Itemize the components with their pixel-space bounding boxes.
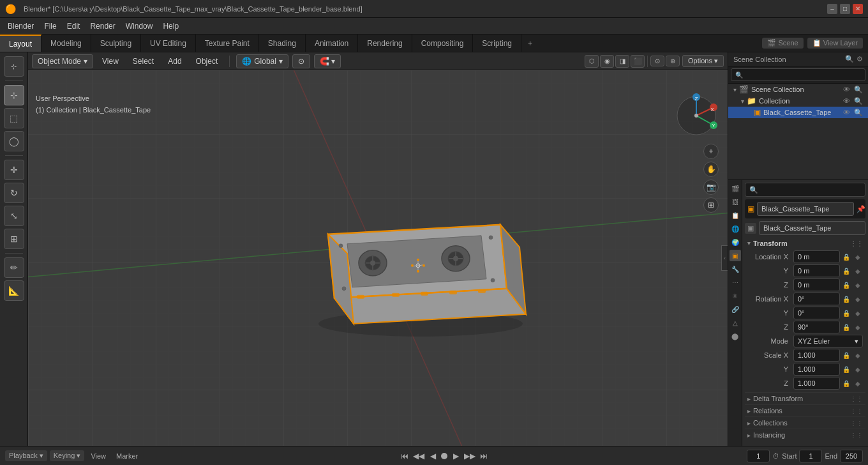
start-frame-input[interactable] [799,450,822,462]
cassette-filter[interactable]: 🔍 [854,109,863,117]
view-layer-selector[interactable]: 📋 View Layer [807,38,863,49]
viewport-select-menu[interactable]: Select [128,56,159,67]
scale-z-keyframe[interactable]: ◆ [853,380,863,387]
scale-x-keyframe[interactable]: ◆ [853,352,863,359]
tab-animation[interactable]: Animation [306,34,358,52]
outliner-scene-collection[interactable]: ▾ 🎬 Scene Collection 👁 🔍 [728,84,868,95]
menu-file[interactable]: File [39,20,61,32]
box-select-tool[interactable]: ⬚ [4,108,24,128]
transform-options-icon[interactable]: ⋮⋮ [850,240,863,247]
outliner-filter-btn[interactable]: 🔍 [845,55,854,63]
keying-menu[interactable]: Keying ▾ [50,450,85,461]
outliner-collection[interactable]: ▾ 📁 Collection 👁 🔍 [728,95,868,107]
location-x-lock[interactable]: 🔒 [841,254,851,261]
menu-render[interactable]: Render [85,20,120,32]
current-frame-input[interactable] [747,450,770,462]
location-y-value[interactable]: 0 m [793,264,840,277]
instancing-row[interactable]: ▸ Instancing ⋮⋮ [745,429,865,441]
tab-rendering[interactable]: Rendering [358,34,412,52]
tab-modeling[interactable]: Modeling [41,34,91,52]
play-btn[interactable]: ▶ [450,450,461,462]
tab-layout[interactable]: Layout [0,34,41,52]
rotation-x-lock[interactable]: 🔒 [841,296,851,303]
properties-search-input[interactable] [745,183,865,197]
world-props-btn[interactable]: 🌍 [730,236,741,248]
cassette-eye[interactable]: 👁 [843,109,850,116]
prev-keyframe-btn[interactable]: ◀◀ [413,450,424,462]
scale-x-value[interactable]: 1.000 [793,349,840,362]
viewport-add-menu[interactable]: Add [163,56,186,67]
collection-eye[interactable]: 👁 [843,97,850,105]
move-tool[interactable]: ✛ [4,160,24,180]
zoom-in-btn[interactable]: + [703,144,719,159]
solid-shading-btn[interactable]: ◉ [600,55,614,68]
viewport-3d[interactable]: Object Mode ▾ View Select Add Object 🌐 G… [28,52,728,446]
location-z-keyframe[interactable]: ◆ [853,282,863,289]
menu-help[interactable]: Help [158,20,184,32]
viewport-object-menu[interactable]: Object [191,56,223,67]
relations-options-icon[interactable]: ⋮⋮ [850,408,863,415]
scale-tool[interactable]: ⤡ [4,206,24,226]
hand-tool-btn[interactable]: ✋ [703,162,719,177]
scene-props-btn[interactable]: 🌐 [730,223,741,234]
menu-window[interactable]: Window [121,20,158,32]
location-x-keyframe[interactable]: ◆ [853,254,863,261]
outliner-cassette[interactable]: ▣ Black_Cassette_Tape 👁 🔍 [728,107,868,118]
viewport-overlay-btn[interactable]: ⊙ [650,56,664,66]
jump-end-btn[interactable]: ⏭ [478,450,490,462]
datablock-icon[interactable]: ▣ [745,223,756,234]
scene-selector[interactable]: 🎬 Scene [762,38,803,49]
rotation-x-keyframe[interactable]: ◆ [853,296,863,303]
next-keyframe-btn[interactable]: ▶▶ [464,450,475,462]
scale-x-lock[interactable]: 🔒 [841,352,851,359]
pivot-point-btn[interactable]: ⊙ [292,54,310,68]
collection-filter[interactable]: 🔍 [854,97,863,105]
tab-compositing[interactable]: Compositing [412,34,474,52]
annotate-tool[interactable]: ✏ [4,257,24,278]
location-z-value[interactable]: 0 m [793,278,840,291]
location-y-lock[interactable]: 🔒 [841,268,851,275]
add-workspace-button[interactable]: + [521,36,539,50]
options-dropdown[interactable]: Options ▾ [682,55,724,67]
material-shading-btn[interactable]: ◨ [615,55,629,68]
tab-scripting[interactable]: Scripting [473,34,521,52]
collections-row[interactable]: ▸ Collections ⋮⋮ [745,416,865,429]
particles-props-btn[interactable]: ⋯ [730,277,741,288]
transform-global-dropdown[interactable]: 🌐 Global ▾ [236,54,288,68]
scene-collection-filter[interactable]: 🔍 [854,86,863,94]
maximize-button[interactable]: □ [840,4,850,14]
outliner-search-input[interactable] [731,68,865,81]
collections-options-icon[interactable]: ⋮⋮ [850,420,863,427]
snap-btn[interactable]: 🧲 ▾ [314,54,341,68]
circle-select-tool[interactable]: ◯ [4,131,24,151]
scale-y-value[interactable]: 1.000 [793,363,840,376]
outliner-settings-btn[interactable]: ⚙ [857,55,863,63]
rotation-x-value[interactable]: 0° [793,293,840,305]
linked-datablock-input[interactable]: Black_Cassette_Tape [759,221,865,235]
rotation-z-value[interactable]: 90° [793,321,840,333]
scale-y-lock[interactable]: 🔒 [841,366,851,373]
rotation-y-keyframe[interactable]: ◆ [853,310,863,317]
rotation-mode-dropdown[interactable]: XYZ Euler ▾ [793,335,863,347]
scene-collection-eye[interactable]: 👁 [843,86,850,93]
rotation-z-lock[interactable]: 🔒 [841,324,851,331]
scale-z-value[interactable]: 1.000 [793,377,840,390]
object-props-btn[interactable]: ▣ [730,250,741,261]
tab-uv-editing[interactable]: UV Editing [141,34,196,52]
rotate-tool[interactable]: ↻ [4,183,24,203]
wireframe-shading-btn[interactable]: ⬡ [585,55,599,68]
delta-transform-row[interactable]: ▸ Delta Transform ⋮⋮ [745,392,865,404]
material-props-btn[interactable]: ⬤ [730,330,741,342]
menu-edit[interactable]: Edit [62,20,86,32]
grid-snap-btn[interactable]: ⊞ [703,197,719,213]
playback-menu[interactable]: Playback ▾ [5,450,47,461]
scale-z-lock[interactable]: 🔒 [841,380,851,387]
menu-blender[interactable]: Blender [3,20,39,32]
transform-section-header[interactable]: ▾ Transform ⋮⋮ [745,238,865,249]
rotation-z-keyframe[interactable]: ◆ [853,324,863,331]
render-shading-btn[interactable]: ⬛ [631,55,645,68]
location-x-value[interactable]: 0 m [793,250,840,263]
view-layer-props-btn[interactable]: 📋 [730,210,741,221]
ruler-tool[interactable]: 📐 [4,280,24,301]
gizmo-btn[interactable]: ⊕ [666,56,680,66]
